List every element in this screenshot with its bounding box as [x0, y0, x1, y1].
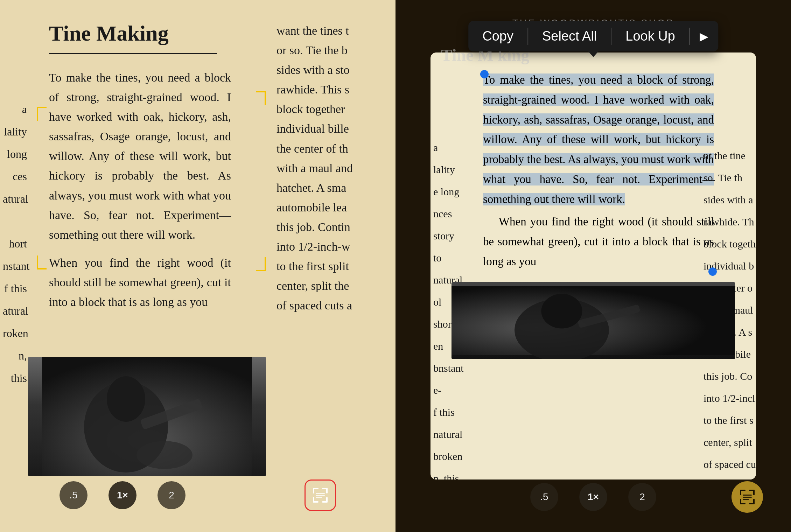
book-image: [28, 357, 266, 476]
svg-rect-30: [743, 497, 752, 498]
svg-rect-8: [326, 488, 328, 493]
rp-zoom-1x-button[interactable]: 1×: [579, 483, 607, 511]
svg-rect-6: [313, 488, 314, 493]
continuation-text: When you find the right wood (it should …: [483, 212, 714, 271]
context-menu: Copy Select All Look Up ▶: [468, 21, 718, 51]
book-text: To make the tines, you need a block of s…: [49, 68, 231, 312]
bottom-controls: .5 1× 2: [0, 479, 396, 511]
svg-rect-14: [316, 495, 325, 496]
book-card: alalitye longncesstorytonaturalolshorten…: [430, 52, 756, 479]
svg-rect-26: [740, 499, 741, 504]
book-image-svg: [28, 357, 266, 476]
bracket-left-top: [37, 107, 47, 121]
more-menu-arrow[interactable]: ▶: [690, 22, 718, 51]
paragraph-2: When you find the right wood (it should …: [49, 253, 231, 312]
svg-point-2: [107, 376, 145, 422]
right-bg: THE WOODWRIGHT'S SHOP Tine M king Copy S…: [396, 0, 791, 532]
left-margin-text: alalitylongcesatural hortnstantf thisatu…: [0, 0, 30, 487]
right-col: want the tines t or so. Tie the b sides …: [262, 0, 396, 532]
card-main-content: To make the tines, you need a block of s…: [483, 70, 714, 272]
rp-book-image: [451, 282, 735, 359]
rp-zoom-half-button[interactable]: .5: [530, 483, 558, 511]
paragraph-1: To make the tines, you need a block of s…: [49, 68, 231, 245]
rp-scan-button[interactable]: [732, 481, 763, 513]
book-title: Tine Making: [49, 21, 231, 46]
svg-rect-15: [316, 497, 322, 498]
bracket-right-bottom: [256, 257, 266, 271]
highlighted-text: To make the tines, you need a block of s…: [483, 74, 714, 205]
select-all-menu-item[interactable]: Select All: [528, 21, 611, 51]
rp-bottom-controls: .5 1× 2: [396, 483, 791, 511]
selection-handle-start[interactable]: [480, 70, 489, 78]
zoom-1x-button[interactable]: 1×: [108, 481, 136, 509]
svg-rect-12: [326, 497, 328, 503]
zoom-2x-button[interactable]: 2: [158, 481, 186, 509]
svg-rect-29: [743, 495, 752, 496]
rp-image-svg: [451, 282, 735, 359]
bracket-left-bottom: [37, 255, 47, 270]
svg-rect-31: [743, 499, 749, 500]
rp-zoom-2x-button[interactable]: 2: [628, 483, 656, 511]
left-margin: alalitylongcesatural hortnstantf thisatu…: [0, 0, 30, 532]
copy-menu-item[interactable]: Copy: [468, 21, 527, 51]
svg-point-4: [136, 441, 192, 469]
look-up-menu-item[interactable]: Look Up: [611, 21, 689, 51]
selected-text-block: To make the tines, you need a block of s…: [483, 70, 714, 209]
right-panel: THE WOODWRIGHT'S SHOP Tine M king Copy S…: [396, 0, 791, 532]
title-underline: [49, 53, 217, 54]
right-col-text: want the tines t or so. Tie the b sides …: [276, 21, 382, 315]
left-panel: alalitylongcesatural hortnstantf thisatu…: [0, 0, 396, 532]
svg-rect-22: [740, 490, 741, 495]
bracket-right-top: [256, 91, 266, 105]
selection-handle-end[interactable]: [708, 267, 717, 276]
rp-scan-icon: [738, 488, 757, 506]
svg-rect-10: [313, 497, 314, 503]
zoom-half-button[interactable]: .5: [59, 481, 88, 509]
svg-rect-13: [316, 493, 325, 494]
left-book-page: alalitylongcesatural hortnstantf thisatu…: [0, 0, 396, 532]
svg-rect-28: [753, 499, 755, 504]
text-scan-button[interactable]: [304, 479, 336, 511]
svg-rect-24: [753, 490, 755, 495]
scan-icon: [311, 486, 330, 505]
svg-point-19: [541, 294, 582, 328]
